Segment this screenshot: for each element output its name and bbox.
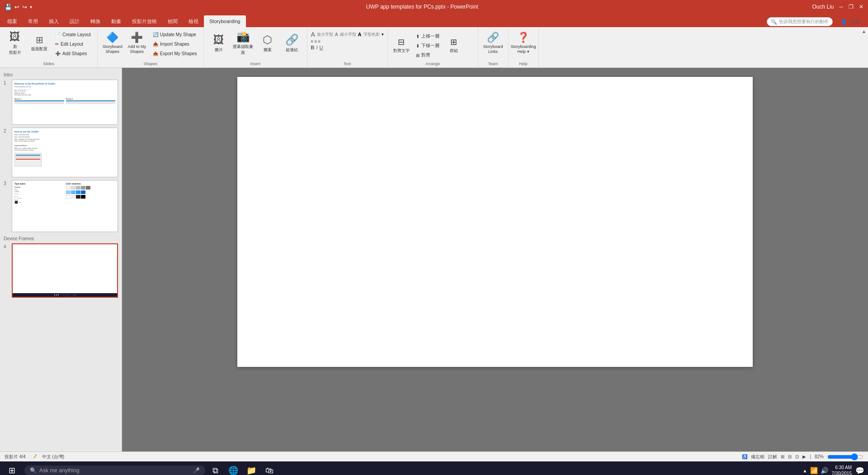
task-view-icon: ⧉ bbox=[212, 466, 218, 475]
font-dropdown[interactable]: ▾ bbox=[382, 32, 384, 37]
view-normal-icon[interactable]: ⊞ bbox=[781, 454, 784, 459]
slide-item-4[interactable]: 4 bbox=[2, 242, 120, 299]
tray-expand-icon[interactable]: ▲ bbox=[803, 468, 807, 473]
prev-slide-btn[interactable]: ⬆ 上移一層 bbox=[413, 32, 442, 41]
font-name-btn[interactable]: A bbox=[358, 32, 362, 37]
align-left-icon[interactable]: ≡ bbox=[311, 39, 314, 44]
font-size-down-btn[interactable]: A bbox=[335, 32, 338, 37]
new-slide-button[interactable]: 🖼 新投影片 bbox=[4, 29, 26, 57]
shapes-button[interactable]: ⬡ 圖案 bbox=[256, 29, 279, 57]
edit-layout-label: Edit Layout bbox=[61, 42, 83, 47]
notes-label[interactable]: 備忘稿 bbox=[751, 454, 764, 460]
edit-layout-button[interactable]: ✏ Edit Layout bbox=[52, 39, 94, 48]
picture-button[interactable]: 🖼 圖片 bbox=[208, 29, 230, 57]
tab-transitions[interactable]: 轉換 bbox=[85, 15, 106, 27]
team-group-label: Team bbox=[478, 62, 508, 66]
storyboard-shapes-icon: 🔷 bbox=[106, 32, 118, 43]
export-my-shapes-button[interactable]: 📤 Export My Shapes bbox=[150, 49, 200, 58]
tab-home[interactable]: 常用 bbox=[23, 15, 43, 27]
ribbon-group-slides: 🖼 新投影片 ⊞ 版面配置 📄 Create Layout ✏ Edit Lay… bbox=[0, 27, 98, 67]
prev-icon: ⬆ bbox=[416, 34, 420, 39]
storyboard-links-button[interactable]: 🔗 StoryboardLinks bbox=[482, 29, 505, 57]
tab-view[interactable]: 檢視 bbox=[183, 15, 204, 27]
slide-num-2: 2 bbox=[4, 128, 9, 133]
zoom-slider[interactable] bbox=[827, 454, 863, 460]
taskbar-search[interactable]: 🔍 Ask me anything 🎤 bbox=[24, 466, 205, 475]
save-btn[interactable]: 💾 bbox=[5, 4, 12, 10]
align-text-icon: ⊟ bbox=[398, 37, 405, 47]
import-shapes-label: Import Shapes bbox=[160, 42, 189, 47]
storyboard-shapes-button[interactable]: 🔷 StoryboardShapes bbox=[101, 29, 124, 57]
update-my-shape-button[interactable]: 🔄 Update My Shape bbox=[150, 30, 200, 39]
tab-storyboarding[interactable]: Storyboarding bbox=[204, 15, 246, 27]
explorer-button[interactable]: 📁 bbox=[243, 462, 259, 475]
search-placeholder: 告訴我您想要執行的動作 bbox=[779, 19, 829, 25]
screenshot-button[interactable]: 📸 螢幕擷取畫面 bbox=[232, 29, 255, 57]
align-text-button[interactable]: ⊟ 對齊文字 bbox=[392, 33, 411, 58]
tab-file[interactable]: 檔案 bbox=[2, 15, 23, 27]
view-reading-icon[interactable]: ⊡ bbox=[795, 454, 799, 459]
align-text-label: 對齊文字 bbox=[393, 48, 410, 54]
window-close[interactable]: ✕ bbox=[859, 4, 863, 10]
status-right: ♿ 備忘稿 註解 ⊞ ⊟ ⊡ ▶ | 82% bbox=[742, 454, 863, 460]
slide-item-3[interactable]: 3 Type styles Header Title Subtitle Body… bbox=[2, 179, 120, 233]
next-slide-btn[interactable]: ⬇ 下移一層 bbox=[413, 41, 442, 50]
ribbon-search[interactable]: 🔍 告訴我您想要執行的動作 bbox=[767, 17, 833, 26]
add-to-my-shapes-button[interactable]: ➕ Add to MyShapes bbox=[126, 29, 148, 57]
tab-insert[interactable]: 插入 bbox=[43, 15, 64, 27]
shapes-icon: ⬡ bbox=[263, 33, 272, 46]
search-icon: 🔍 bbox=[30, 467, 37, 474]
font-size-up-btn[interactable]: A bbox=[311, 31, 315, 38]
notes-icon[interactable]: 📝 bbox=[31, 454, 37, 459]
prev-label: 上移一層 bbox=[421, 33, 439, 39]
align-btn[interactable]: ⊞ 對齊 bbox=[413, 51, 442, 60]
create-layout-button[interactable]: 📄 Create Layout bbox=[52, 30, 94, 39]
bold-btn[interactable]: B bbox=[311, 45, 315, 50]
comments-label[interactable]: 註解 bbox=[768, 454, 777, 460]
slide-item-1[interactable]: 1 Welcome to the RosenPoint UI Toolkit S… bbox=[2, 78, 120, 126]
store-button[interactable]: 🛍 bbox=[261, 462, 278, 475]
task-view-button[interactable]: ⧉ bbox=[207, 462, 223, 475]
undo-btn[interactable]: ↩ bbox=[14, 4, 19, 10]
network-icon: 📶 bbox=[810, 467, 818, 474]
slide-item-2[interactable]: 2 How to use the Toolkit Step 1: Install… bbox=[2, 126, 120, 179]
screenshot-icon: 📸 bbox=[236, 30, 250, 43]
start-button[interactable]: ⊞ bbox=[4, 462, 20, 475]
group-button[interactable]: ⊞ 群組 bbox=[444, 33, 464, 58]
section-intro: Intro bbox=[2, 70, 120, 78]
notification-icon[interactable]: 💬 bbox=[855, 466, 864, 475]
title-bar-center: UWP app templates for PCs.pptx - PowerPo… bbox=[32, 4, 812, 10]
quick-access: 💾 ↩ ↪ ▾ bbox=[5, 4, 32, 10]
export-my-shapes-label: Export My Shapes bbox=[160, 51, 197, 56]
hyperlink-button[interactable]: 🔗 超連結 bbox=[281, 29, 303, 57]
taskbar: ⊞ 🔍 Ask me anything 🎤 ⧉ 🌐 📁 🛍 ▲ 📶 🔊 6:30… bbox=[0, 461, 868, 475]
add-shapes-button[interactable]: ➕ Add Shapes bbox=[52, 49, 94, 58]
tab-animations[interactable]: 動畫 bbox=[106, 15, 127, 27]
align-center-icon[interactable]: ≡ bbox=[314, 39, 317, 44]
view-slider-icon[interactable]: ⊟ bbox=[788, 454, 792, 459]
view-slideshow-icon[interactable]: ▶ bbox=[802, 454, 806, 459]
align-right-icon[interactable]: ≡ bbox=[318, 39, 321, 44]
redo-btn[interactable]: ↪ bbox=[22, 4, 27, 10]
mic-icon: 🎤 bbox=[193, 467, 200, 474]
slide-count: 投影片 4/4 bbox=[5, 454, 26, 460]
italic-btn[interactable]: I bbox=[316, 45, 318, 50]
import-shapes-button[interactable]: 📥 Import Shapes bbox=[150, 39, 200, 48]
edge-button[interactable]: 🌐 bbox=[225, 462, 241, 475]
window-restore[interactable]: ❐ bbox=[849, 4, 854, 10]
slide-canvas bbox=[237, 77, 753, 367]
accessibility-icon: ♿ bbox=[742, 454, 747, 459]
window-minimize[interactable]: ─ bbox=[839, 4, 843, 10]
tab-slideshow[interactable]: 投影片放映 bbox=[127, 15, 162, 27]
new-slide-label: 新投影片 bbox=[9, 44, 21, 56]
tab-review[interactable]: 校閱 bbox=[162, 15, 183, 27]
picture-icon: 🖼 bbox=[213, 33, 224, 46]
storyboarding-help-button[interactable]: ❓ StoryboardingHelp ▾ bbox=[512, 29, 535, 57]
status-bar: 投影片 4/4 📝 中文 (台灣) ♿ 備忘稿 註解 ⊞ ⊟ ⊡ ▶ | 82% bbox=[0, 451, 868, 461]
underline-btn[interactable]: U bbox=[320, 45, 323, 50]
ribbon-collapse[interactable]: ▲ bbox=[860, 27, 868, 67]
update-shape-icon: 🔄 bbox=[153, 32, 158, 37]
slide-num-1: 1 bbox=[4, 81, 9, 86]
tab-design[interactable]: 設計 bbox=[64, 15, 85, 27]
layout-button[interactable]: ⊞ 版面配置 bbox=[28, 29, 51, 57]
